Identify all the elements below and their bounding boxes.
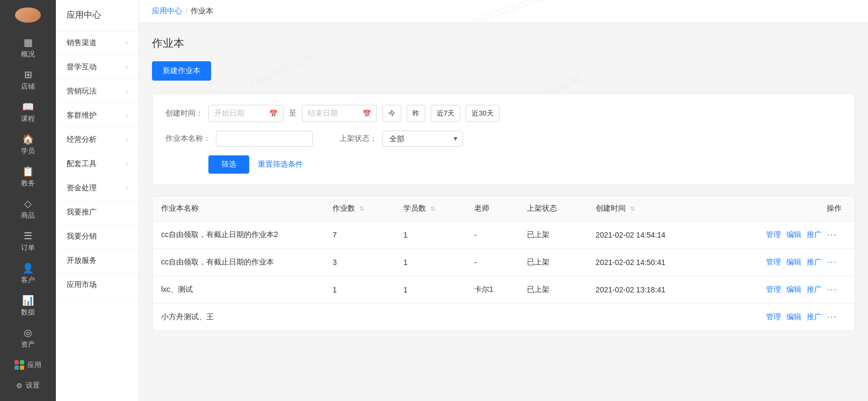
sidebar-item-store[interactable]: ⊞ 店铺 [0, 65, 56, 97]
td-name-2: lxc、测试 [153, 276, 324, 304]
td-create-time-0: 2021-02-02 14:54:14 [587, 221, 713, 249]
action-推广-0[interactable]: 推广 [807, 230, 822, 240]
tools-chevron-icon: › [126, 160, 128, 168]
sidebar-item-course[interactable]: 📖 课程 [0, 97, 56, 129]
action-more-3[interactable]: ··· [827, 312, 837, 322]
menu-sidebar: 应用中心 销售渠道 › 督学互动 › 营销玩法 › 客群维护 › 经营分析 › … [56, 0, 139, 401]
td-create-time-3 [587, 304, 713, 331]
menu-item-tools[interactable]: 配套工具 › [56, 152, 139, 176]
action-管理-3[interactable]: 管理 [766, 312, 781, 322]
sidebar-item-overview-label: 概况 [21, 49, 35, 59]
menu-item-tools-label: 配套工具 [67, 159, 97, 169]
menu-item-sales[interactable]: 销售渠道 › [56, 31, 139, 55]
menu-item-app-market[interactable]: 应用市场 [56, 273, 139, 297]
action-管理-0[interactable]: 管理 [766, 230, 781, 240]
sidebar-item-teaching[interactable]: 📋 教务 [0, 161, 56, 194]
td-teacher-1: - [466, 249, 518, 276]
th-create-time[interactable]: 创建时间 ⇅ [587, 196, 713, 221]
end-calendar-icon: 📅 [363, 110, 371, 118]
menu-item-promote[interactable]: 我要推广 [56, 200, 139, 225]
action-编辑-0[interactable]: 编辑 [786, 230, 801, 240]
sidebar-item-overview[interactable]: ▦ 概况 [0, 32, 56, 65]
sidebar-item-customer[interactable]: 👤 客户 [0, 258, 56, 290]
sidebar-nav: ▦ 概况 ⊞ 店铺 📖 课程 🏠 学员 📋 教务 ◇ 商品 ☰ 订单 👤 [0, 28, 56, 355]
sidebar-item-order[interactable]: ☰ 订单 [0, 226, 56, 258]
yesterday-button[interactable]: 昨 [407, 105, 425, 122]
menu-item-study[interactable]: 督学互动 › [56, 55, 139, 80]
filter-button[interactable]: 筛选 [208, 155, 249, 174]
sidebar-item-asset-label: 资产 [21, 340, 35, 349]
menu-item-study-label: 督学互动 [67, 62, 97, 72]
menu-item-distribution[interactable]: 我要分销 [56, 225, 139, 249]
avatar[interactable] [15, 8, 41, 23]
action-推广-2[interactable]: 推广 [807, 285, 822, 295]
status-select[interactable]: 全部 已上架 已下架 [382, 131, 463, 147]
start-date-placeholder: 开始日期 [214, 109, 244, 118]
action-编辑-3[interactable]: 编辑 [786, 312, 801, 322]
sidebar-item-data-label: 数据 [21, 307, 35, 317]
action-编辑-2[interactable]: 编辑 [786, 285, 801, 295]
filter-actions: 筛选 重置筛选条件 [165, 155, 842, 174]
filter-row-time: 创建时间： 开始日期 📅 至 结束日期 📅 今 昨 近7天 近30天 [165, 105, 842, 122]
menu-item-marketing[interactable]: 营销玩法 › [56, 80, 139, 104]
td-teacher-0: - [466, 221, 518, 249]
menu-item-analysis-label: 经营分析 [67, 135, 97, 145]
student-icon: 🏠 [22, 134, 34, 144]
new-homework-button[interactable]: 新建作业本 [152, 61, 211, 81]
menu-item-promote-label: 我要推广 [67, 207, 97, 217]
month-button[interactable]: 近30天 [466, 105, 499, 122]
td-teacher-3 [466, 304, 518, 331]
settings-button[interactable]: ⚙ 设置 [0, 375, 56, 396]
end-date-input[interactable]: 结束日期 📅 [302, 105, 377, 122]
sidebar-item-goods[interactable]: ◇ 商品 [0, 194, 56, 226]
customer-group-chevron-icon: › [126, 112, 128, 119]
action-管理-2[interactable]: 管理 [766, 285, 781, 295]
teaching-icon: 📋 [22, 167, 34, 176]
table-row: cc自由领取，有截止日期的作业本2 7 1 - 已上架 2021-02-02 1… [153, 221, 855, 249]
today-button[interactable]: 今 [382, 105, 401, 122]
menu-item-finance-label: 资金处理 [67, 183, 97, 193]
order-icon: ☰ [24, 231, 32, 241]
menu-item-customer-group[interactable]: 客群维护 › [56, 104, 139, 128]
start-date-input[interactable]: 开始日期 📅 [208, 105, 284, 122]
sidebar-item-order-label: 订单 [21, 243, 35, 253]
td-status-0: 已上架 [518, 221, 587, 249]
menu-item-finance[interactable]: 资金处理 › [56, 176, 139, 200]
menu-item-open-service[interactable]: 开放服务 [56, 249, 139, 273]
breadcrumb-parent[interactable]: 应用中心 [152, 6, 182, 16]
td-status-2: 已上架 [518, 276, 587, 304]
homework-sort-icon: ⇅ [359, 205, 364, 212]
action-推广-3[interactable]: 推广 [807, 312, 822, 322]
name-input[interactable] [216, 131, 313, 147]
date-separator: 至 [289, 109, 296, 118]
app-label: 应用 [27, 360, 41, 370]
data-icon: 📊 [22, 296, 34, 305]
action-more-1[interactable]: ··· [827, 257, 837, 267]
content-area: 1 6083 2021-02-02 1 6083 2021-02-02 1 60… [139, 23, 868, 401]
week-button[interactable]: 近7天 [431, 105, 460, 122]
sidebar-item-student-label: 学员 [21, 146, 35, 156]
action-编辑-1[interactable]: 编辑 [786, 257, 801, 267]
td-actions-3: 管理编辑推广 ··· [713, 304, 855, 331]
table-row: lxc、测试 1 1 卡尔1 已上架 2021-02-02 13:18:41 管… [153, 276, 855, 304]
th-homework-count[interactable]: 作业数 ⇅ [324, 196, 395, 221]
sidebar-item-data[interactable]: 📊 数据 [0, 290, 56, 323]
th-student-count[interactable]: 学员数 ⇅ [395, 196, 466, 221]
study-chevron-icon: › [126, 63, 128, 71]
sidebar-item-student[interactable]: 🏠 学员 [0, 129, 56, 161]
sidebar-item-goods-label: 商品 [21, 211, 35, 220]
menu-item-analysis[interactable]: 经营分析 › [56, 128, 139, 152]
page-title: 作业本 [152, 36, 855, 51]
app-button[interactable]: 应用 [0, 355, 56, 375]
overview-icon: ▦ [24, 38, 33, 47]
customer-icon: 👤 [22, 263, 34, 273]
sidebar-item-asset[interactable]: ◎ 资产 [0, 323, 56, 355]
reset-button[interactable]: 重置筛选条件 [258, 160, 303, 169]
td-create-time-1: 2021-02-02 14:50:41 [587, 249, 713, 276]
action-more-0[interactable]: ··· [827, 230, 837, 240]
action-管理-1[interactable]: 管理 [766, 257, 781, 267]
action-more-2[interactable]: ··· [827, 285, 837, 295]
create-time-label: 创建时间： [165, 109, 203, 118]
analysis-chevron-icon: › [126, 136, 128, 144]
action-推广-1[interactable]: 推广 [807, 257, 822, 267]
